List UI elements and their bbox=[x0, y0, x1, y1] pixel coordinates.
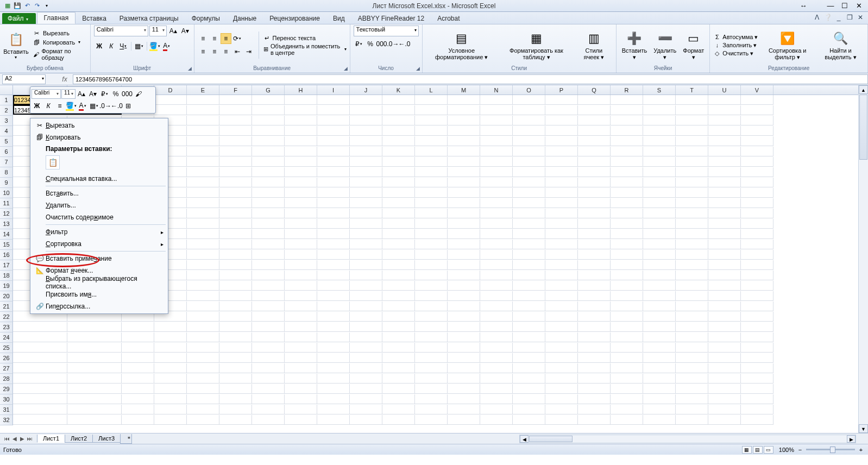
row-header[interactable]: 32 bbox=[0, 415, 13, 425]
cell[interactable] bbox=[382, 105, 415, 115]
cell[interactable] bbox=[187, 384, 219, 394]
format-as-table-button[interactable]: ▦Форматировать как таблицу ▾ bbox=[500, 29, 573, 61]
cell[interactable] bbox=[741, 126, 773, 136]
cell[interactable] bbox=[350, 95, 382, 105]
cell[interactable] bbox=[448, 332, 480, 342]
cell[interactable] bbox=[13, 405, 67, 414]
zoom-slider[interactable] bbox=[806, 449, 855, 450]
col-header[interactable]: E bbox=[187, 85, 219, 95]
cell[interactable] bbox=[578, 167, 611, 177]
col-header[interactable]: T bbox=[676, 85, 708, 95]
ctx-hyperlink[interactable]: 🔗Гиперссылка... bbox=[30, 300, 168, 312]
cell[interactable] bbox=[415, 95, 448, 105]
cell[interactable] bbox=[154, 353, 187, 363]
cell[interactable] bbox=[448, 374, 480, 384]
cell[interactable] bbox=[187, 415, 219, 425]
cell[interactable] bbox=[350, 147, 382, 156]
cell[interactable] bbox=[578, 188, 611, 198]
cell[interactable] bbox=[415, 250, 448, 260]
cell[interactable] bbox=[448, 301, 480, 311]
cell[interactable] bbox=[285, 178, 317, 187]
cell[interactable] bbox=[676, 157, 708, 167]
cell[interactable] bbox=[219, 229, 252, 239]
col-header[interactable]: J bbox=[350, 85, 382, 95]
cell[interactable] bbox=[317, 250, 350, 260]
tab-page-layout[interactable]: Разметка страницы bbox=[113, 13, 185, 24]
cell[interactable] bbox=[252, 405, 285, 414]
align-left-button[interactable]: ≡ bbox=[198, 46, 209, 57]
cell[interactable] bbox=[708, 260, 741, 270]
cell[interactable] bbox=[578, 332, 611, 342]
cell[interactable] bbox=[154, 105, 187, 115]
cell[interactable] bbox=[545, 157, 578, 167]
cell[interactable] bbox=[676, 250, 708, 260]
cell[interactable] bbox=[578, 95, 611, 105]
worksheet-grid[interactable]: A B C D E F G H I J K L M N O P Q R S T … bbox=[0, 85, 868, 433]
cell[interactable] bbox=[643, 384, 676, 394]
cell[interactable] bbox=[741, 271, 773, 280]
col-header[interactable]: L bbox=[415, 85, 448, 95]
cell[interactable] bbox=[708, 105, 741, 115]
cell[interactable] bbox=[219, 95, 252, 105]
cell[interactable] bbox=[448, 353, 480, 363]
cell[interactable] bbox=[545, 353, 578, 363]
cell[interactable] bbox=[578, 353, 611, 363]
cell[interactable] bbox=[545, 363, 578, 373]
cell[interactable] bbox=[578, 374, 611, 384]
cell[interactable] bbox=[611, 415, 643, 425]
row-header[interactable]: 16 bbox=[0, 250, 13, 260]
mini-bold-button[interactable]: Ж bbox=[32, 100, 42, 111]
cell[interactable] bbox=[350, 374, 382, 384]
scroll-right-button[interactable]: ▶ bbox=[847, 435, 856, 443]
formula-input[interactable]: 12345678965764700 bbox=[73, 74, 868, 84]
cell[interactable] bbox=[643, 363, 676, 373]
zoom-out-button[interactable]: − bbox=[796, 447, 804, 453]
col-header[interactable]: Q bbox=[578, 85, 611, 95]
cell[interactable] bbox=[252, 353, 285, 363]
cell[interactable] bbox=[676, 363, 708, 373]
cell[interactable] bbox=[122, 363, 154, 373]
cell[interactable] bbox=[285, 260, 317, 270]
cell[interactable] bbox=[219, 219, 252, 229]
scroll-up-button[interactable]: ▲ bbox=[859, 85, 868, 94]
cell[interactable] bbox=[643, 126, 676, 136]
row-header[interactable]: 2 bbox=[0, 105, 13, 116]
cell[interactable] bbox=[545, 322, 578, 332]
sheet-nav-last[interactable]: ⏭ bbox=[26, 436, 34, 442]
cell[interactable] bbox=[415, 116, 448, 125]
cell[interactable] bbox=[448, 291, 480, 301]
cell[interactable] bbox=[480, 209, 513, 218]
horizontal-scrollbar[interactable]: ◀ ▶ bbox=[519, 435, 856, 443]
cell[interactable] bbox=[285, 250, 317, 260]
cell[interactable] bbox=[350, 136, 382, 146]
resize-arrow-icon[interactable]: ↔ bbox=[797, 2, 809, 10]
cell[interactable] bbox=[350, 281, 382, 291]
cell[interactable] bbox=[317, 312, 350, 322]
cell[interactable] bbox=[513, 291, 545, 301]
cell[interactable] bbox=[415, 353, 448, 363]
cell[interactable] bbox=[415, 136, 448, 146]
cell[interactable] bbox=[480, 384, 513, 394]
cell[interactable] bbox=[643, 322, 676, 332]
cell[interactable] bbox=[545, 250, 578, 260]
cell[interactable] bbox=[545, 167, 578, 177]
cell[interactable] bbox=[187, 281, 219, 291]
cell[interactable] bbox=[317, 95, 350, 105]
cell[interactable] bbox=[513, 209, 545, 218]
cell[interactable] bbox=[154, 343, 187, 353]
cell[interactable] bbox=[219, 240, 252, 249]
cell[interactable] bbox=[676, 394, 708, 404]
cell[interactable] bbox=[708, 219, 741, 229]
cell[interactable] bbox=[545, 271, 578, 280]
font-name-select[interactable]: Calibri bbox=[94, 26, 148, 36]
cell[interactable] bbox=[317, 343, 350, 353]
row-header[interactable]: 11 bbox=[0, 198, 13, 209]
cell[interactable] bbox=[252, 198, 285, 208]
cell[interactable] bbox=[415, 219, 448, 229]
cell[interactable] bbox=[187, 219, 219, 229]
cell[interactable] bbox=[187, 353, 219, 363]
cell[interactable] bbox=[350, 240, 382, 249]
cell[interactable] bbox=[611, 363, 643, 373]
mini-merge-button[interactable]: ⊞ bbox=[123, 100, 134, 111]
cell[interactable] bbox=[611, 322, 643, 332]
